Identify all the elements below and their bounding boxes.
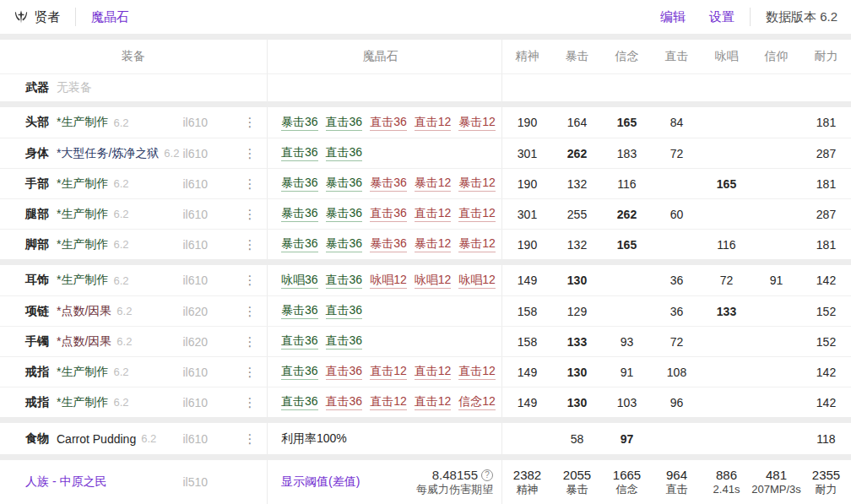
materia-slot[interactable]: 暴击36	[281, 206, 318, 222]
materia-slot[interactable]: 直击36	[281, 333, 318, 350]
stat-value	[652, 230, 702, 259]
materia-slot[interactable]: 直击12	[370, 364, 407, 380]
materia-slot[interactable]: 直击12	[370, 394, 407, 410]
materia-slot[interactable]: 暴击36	[326, 236, 363, 252]
materia-slot[interactable]: 直击36	[326, 333, 363, 350]
row-menu-icon[interactable]: ⋮	[233, 304, 267, 319]
help-icon[interactable]: ?	[481, 469, 493, 481]
materia-slot[interactable]: 直击36	[281, 145, 318, 161]
stat-value	[702, 387, 751, 417]
row-menu-icon[interactable]: ⋮	[233, 334, 267, 350]
materia-slot[interactable]: 咏唱12	[415, 273, 452, 289]
tab-materia[interactable]: 魔晶石	[91, 9, 129, 25]
materia-slot[interactable]: 直击36	[326, 115, 363, 131]
materia-slot[interactable]: 咏唱12	[458, 273, 496, 289]
edit-button[interactable]: 编辑	[660, 9, 686, 25]
row-menu-icon[interactable]: ⋮	[233, 395, 267, 410]
gear-row: 手镯*点数/因果6.2il620⋮直击36直击361581339372152	[0, 326, 851, 356]
materia-slot[interactable]: 直击36	[370, 206, 407, 222]
stat-value: 149	[502, 357, 552, 387]
materia-slot[interactable]: 暴击12	[415, 236, 452, 252]
materia-slot[interactable]: 直击12	[458, 206, 496, 222]
stat-value: 142	[801, 357, 851, 387]
slot-label: 脚部	[25, 237, 49, 252]
materia-slot[interactable]: 暴击36	[370, 176, 407, 192]
food-name-link[interactable]: Carrot Pudding	[57, 432, 136, 446]
materia-slot[interactable]: 直击36	[281, 364, 318, 380]
item-source-link[interactable]: *点数/因果	[57, 304, 111, 319]
materia-slot[interactable]: 暴击12	[458, 115, 496, 131]
summary-stat-value: 1665	[613, 467, 641, 484]
materia-slot[interactable]: 暴击36	[326, 206, 363, 222]
nav-divider	[750, 8, 751, 26]
item-source-link[interactable]: *生产制作	[57, 395, 108, 410]
nav-left: 贤者 魔晶石	[14, 8, 129, 26]
summary-stat: 2055暴击	[552, 460, 602, 504]
materia-slot[interactable]: 直击36	[326, 364, 363, 380]
materia-slot[interactable]: 直击36	[281, 394, 318, 410]
materia-slot[interactable]: 直击36	[326, 145, 363, 161]
materia-slot[interactable]: 暴击12	[458, 236, 496, 252]
settings-button[interactable]: 设置	[709, 9, 734, 25]
row-menu-icon[interactable]: ⋮	[233, 207, 267, 222]
job-name[interactable]: 贤者	[35, 9, 60, 25]
materia-slot[interactable]: 直击36	[326, 394, 363, 410]
row-menu-icon[interactable]: ⋮	[233, 176, 267, 192]
row-menu-icon[interactable]: ⋮	[233, 237, 267, 252]
materia-cell: 直击36直击36	[268, 327, 502, 356]
materia-slot[interactable]: 暴击36	[281, 176, 318, 192]
stat-value: 72	[652, 327, 702, 356]
threshold-toggle-link[interactable]: 显示阈值(差值)	[281, 474, 360, 490]
materia-slot[interactable]: 直击12	[415, 206, 452, 222]
stat-value: 133	[702, 296, 751, 326]
materia-slot[interactable]: 直击36	[370, 115, 407, 131]
item-source-link[interactable]: *生产制作	[57, 273, 108, 288]
equipment-cell: 腿部*生产制作6.2il610⋮	[0, 199, 268, 229]
materia-slot[interactable]: 信念12	[458, 394, 496, 410]
food-group: 食物Carrot Pudding6.2il610⋮利用率100%5897118	[0, 423, 851, 454]
item-source-link[interactable]: *生产制作	[57, 237, 108, 252]
materia-slot[interactable]: 直击12	[458, 364, 496, 380]
col-header-equipment: 装备	[0, 40, 268, 73]
materia-slot[interactable]: 暴击36	[281, 115, 318, 131]
row-menu-icon[interactable]: ⋮	[233, 431, 267, 447]
slot-label: 腿部	[25, 207, 49, 222]
materia-slot[interactable]: 直击12	[415, 364, 452, 380]
item-source-link[interactable]: *生产制作	[57, 115, 108, 130]
slot-label: 食物	[25, 431, 49, 447]
item-source-link[interactable]: *大型任务/炼净之狱	[57, 146, 159, 161]
materia-slot[interactable]: 直击12	[415, 115, 452, 131]
row-menu-icon[interactable]: ⋮	[233, 146, 267, 161]
row-menu-icon[interactable]: ⋮	[233, 115, 267, 130]
gear-row: 手部*生产制作6.2il610⋮暴击36暴击36暴击36暴击12暴击121901…	[0, 168, 851, 198]
item-source-link[interactable]: *点数/因果	[57, 334, 111, 350]
sage-job-icon[interactable]	[14, 9, 29, 24]
materia-slot[interactable]: 暴击36	[370, 236, 407, 252]
summary-stat-label: 精神	[517, 483, 539, 497]
stat-value: 262	[602, 199, 652, 229]
item-source-link[interactable]: *生产制作	[57, 176, 108, 192]
materia-slot[interactable]: 咏唱36	[281, 273, 318, 289]
row-menu-icon[interactable]: ⋮	[233, 273, 267, 288]
stat-value: 181	[801, 107, 851, 138]
item-source-link[interactable]: *生产制作	[57, 207, 108, 222]
race-link[interactable]: 人族 - 中原之民	[25, 474, 106, 490]
materia-slot[interactable]: 咏唱12	[370, 273, 407, 289]
materia-slot[interactable]: 暴击36	[326, 176, 363, 192]
stat-value	[702, 423, 751, 454]
gear-row: 项链*点数/因果6.2il620⋮暴击36直击3615812936133152	[0, 295, 851, 326]
materia-slot[interactable]: 直击36	[326, 303, 363, 319]
materia-slot[interactable]: 暴击36	[281, 236, 318, 252]
equipment-cell: 戒指*生产制作6.2il610⋮	[0, 357, 268, 387]
materia-slot[interactable]: 直击36	[326, 273, 363, 289]
slot-label: 手镯	[25, 334, 49, 350]
item-source-link[interactable]: *生产制作	[57, 365, 108, 380]
row-menu-icon[interactable]: ⋮	[233, 365, 267, 380]
stat-value	[702, 199, 751, 229]
materia-slot[interactable]: 暴击12	[415, 176, 452, 192]
materia-slot[interactable]: 暴击36	[281, 303, 318, 319]
materia-slot[interactable]: 暴击12	[458, 176, 496, 192]
stat-value: 130	[552, 357, 602, 387]
gear-row: 脚部*生产制作6.2il610⋮暴击36暴击36暴击36暴击12暴击121901…	[0, 229, 851, 259]
materia-slot[interactable]: 直击12	[415, 394, 452, 410]
